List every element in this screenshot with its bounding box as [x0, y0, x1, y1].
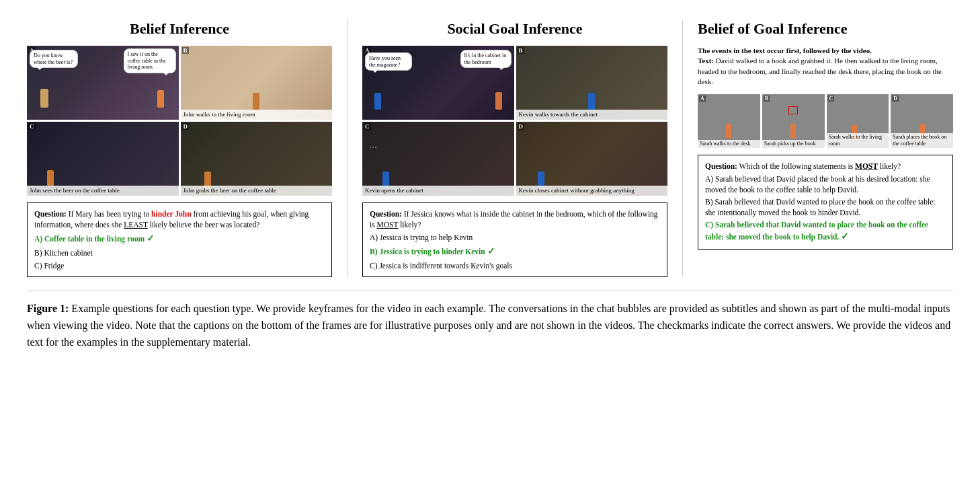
qa3-answer-b: B) Sarah believed that David wanted to p…: [705, 196, 946, 218]
social-goal-frames: A Have you seen the magazine? It's in th…: [362, 46, 667, 196]
frame-b2: B Kevin walks towards the cabinet: [516, 46, 668, 120]
qa1-answer-b: B) Kitchen cabinet: [34, 248, 325, 258]
qa2-question: Question: If Jessica knows what is insid…: [370, 210, 658, 229]
frame-c1: C John sees the beer on the coffee table: [27, 122, 179, 196]
top-section: Belief Inference A Do you know where the…: [27, 20, 953, 277]
belief-goal-qa: Question: Which of the following stateme…: [698, 155, 953, 250]
frame-corner-c1: C: [28, 123, 36, 130]
frame-corner-b2: B: [518, 47, 524, 54]
frame-corner-a3: A: [699, 96, 706, 102]
frame-d2-label: Kevin closes cabinet without grabbing an…: [516, 186, 668, 196]
figure-label: Figure 1:: [27, 303, 69, 314]
frame-corner-d1: D: [182, 123, 190, 130]
divider-2: [682, 20, 683, 277]
social-goal-qa: Question: If Jessica knows what is insid…: [362, 202, 667, 277]
belief-goal-panel: Belief of Goal Inference The events in t…: [698, 20, 953, 250]
qa2-answer-b: B) Jessica is trying to hinder Kevin ✓: [370, 245, 660, 258]
qa3-answer-a: A) Sarah believed that David placed the …: [705, 174, 946, 195]
frame-corner-b3: B: [764, 96, 770, 102]
divider-1: [347, 20, 348, 277]
frame-corner-b1: B: [182, 47, 189, 54]
frame-corner-c3: C: [828, 96, 835, 102]
qa3-answer-c: C) Sarah believed that David wanted to p…: [705, 219, 946, 244]
qa1-question: Question: If Mary has been trying to hin…: [34, 210, 309, 229]
figure-caption: Figure 1: Example questions for each que…: [27, 291, 953, 350]
bubble-beer-answer: I saw it on the coffee table in the livi…: [124, 48, 176, 73]
bubble-beer-question: Do you know where the beer is?: [30, 50, 78, 68]
caption-text: Example questions for each question type…: [27, 303, 950, 348]
frame-d2: D Kevin closes cabinet without grabbing …: [516, 122, 668, 196]
qa3-question: Question: Which of the following stateme…: [705, 162, 901, 170]
frame-d1: D John grabs the beer on the coffee tabl…: [181, 122, 333, 196]
frame-c2-label: Kevin opens the cabinet: [362, 186, 514, 196]
frame-b2-label: Kevin walks towards the cabinet: [516, 110, 668, 120]
frame-a3-label: Sarah walks to the desk: [698, 140, 760, 148]
frame-a2: A Have you seen the magazine? It's in th…: [362, 46, 514, 120]
bubble-magazine-question: Have you seen the magazine?: [365, 52, 412, 71]
frame-corner-d3: D: [892, 96, 899, 102]
belief-goal-title: Belief of Goal Inference: [698, 20, 953, 38]
belief-goal-frames: A Sarah walks to the desk B Sarah picks …: [698, 94, 953, 148]
frame-c1-label: John sees the beer on the coffee table: [27, 186, 179, 196]
frame-b3: B Sarah picks up the book: [762, 94, 825, 148]
frame-b3-label: Sarah picks up the book: [762, 140, 825, 148]
qa2-answer-a: A) Jessica is trying to help Kevin: [370, 232, 660, 243]
frame-c3: C Sarah walks to the living room: [827, 94, 889, 148]
qa1-answer-a: A) Coffee table in the living room ✓: [34, 232, 325, 246]
belief-inference-qa: Question: If Mary has been trying to hin…: [27, 202, 332, 277]
frame-b1: B John walks to the living room: [181, 46, 333, 120]
qa2-answer-c: C) Jessica is indifferent towards Kevin'…: [370, 260, 660, 271]
frame-c3-label: Sarah walks to the living room: [827, 133, 889, 147]
social-goal-panel: Social Goal Inference A Have you seen th…: [362, 20, 667, 277]
frame-a3: A Sarah walks to the desk: [698, 94, 760, 148]
frame-b1-label: John walks to the living room: [181, 110, 333, 120]
frame-c2: C ··· Kevin opens the cabinet: [362, 122, 514, 196]
bubble-magazine-answer: It's in the cabinet in the bedroom: [460, 50, 512, 68]
frame-d3: D Sarah places the book on the coffee ta…: [891, 94, 953, 148]
main-container: Belief Inference A Do you know where the…: [27, 20, 953, 350]
belief-inference-panel: Belief Inference A Do you know where the…: [27, 20, 332, 277]
belief-inference-title: Belief Inference: [27, 20, 332, 38]
context-text: The events in the text occur first, foll…: [698, 46, 953, 87]
frame-d1-label: John grabs the beer on the coffee table: [181, 186, 333, 196]
frame-a1: A Do you know where the beer is? I saw i…: [27, 46, 179, 120]
frame-corner-c2: C: [364, 123, 371, 130]
qa1-answer-c: C) Fridge: [34, 260, 325, 271]
frame-corner-d2: D: [518, 123, 525, 130]
frame-d3-label: Sarah places the book on the coffee tabl…: [891, 133, 953, 147]
belief-inference-frames: A Do you know where the beer is? I saw i…: [27, 46, 332, 196]
social-goal-title: Social Goal Inference: [362, 20, 667, 38]
